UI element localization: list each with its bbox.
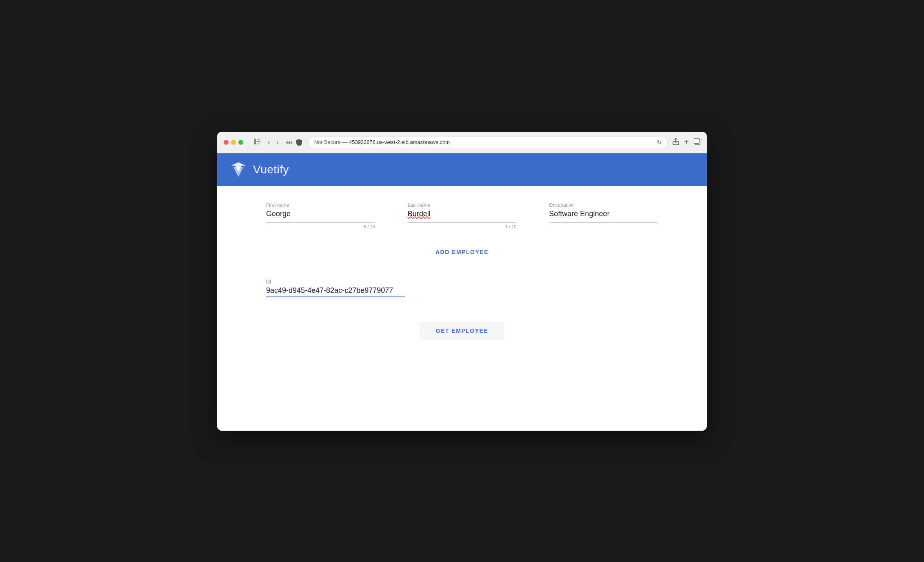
shield-extension-icon[interactable] bbox=[295, 138, 303, 146]
first-name-value[interactable]: George bbox=[266, 210, 375, 223]
reload-button[interactable]: ↻ bbox=[657, 139, 662, 146]
share-button[interactable] bbox=[673, 138, 679, 147]
minimize-button[interactable] bbox=[231, 140, 236, 145]
first-name-label: First name bbox=[266, 202, 375, 208]
back-button[interactable]: ‹ bbox=[266, 138, 271, 146]
browser-chrome: ‹ › aea Not Secure — 453922676.us-west-2… bbox=[217, 132, 707, 153]
close-button[interactable] bbox=[224, 140, 229, 145]
add-employee-section: ADD EMPLOYEE bbox=[266, 246, 658, 259]
vuetify-logo-icon bbox=[230, 162, 247, 178]
app-header: Vuetify bbox=[217, 153, 707, 186]
last-name-field: Last name Burdell 7 / 10 bbox=[408, 202, 517, 229]
maximize-button[interactable] bbox=[238, 140, 243, 145]
svg-rect-6 bbox=[694, 138, 699, 144]
last-name-value[interactable]: Burdell bbox=[408, 210, 517, 223]
browser-window: ‹ › aea Not Secure — 453922676.us-west-2… bbox=[217, 132, 707, 431]
occupation-field: Occupation Software Engineer bbox=[549, 202, 658, 229]
sidebar-toggle-button[interactable] bbox=[251, 138, 263, 146]
address-bar[interactable]: Not Secure — 453922676.us-west-2.elb.ama… bbox=[308, 137, 668, 148]
first-name-counter: 6 / 10 bbox=[266, 224, 375, 229]
id-value[interactable]: 9ac49-d945-4e47-82ac-c27be9779077 bbox=[266, 286, 405, 297]
browser-actions: + bbox=[673, 137, 700, 147]
svg-rect-0 bbox=[254, 139, 256, 144]
last-name-counter: 7 / 10 bbox=[408, 224, 517, 229]
app-title: Vuetify bbox=[253, 163, 289, 176]
id-section: ID 9ac49-d945-4e47-82ac-c27be9779077 bbox=[266, 279, 658, 297]
employee-form: First name George 6 / 10 Last name Burde… bbox=[266, 202, 658, 229]
new-tab-button[interactable]: + bbox=[684, 137, 689, 147]
amazon-extension-icon[interactable]: aea bbox=[285, 138, 293, 146]
occupation-value[interactable]: Software Engineer bbox=[549, 210, 658, 223]
svg-rect-3 bbox=[257, 144, 260, 144]
occupation-label: Occupation bbox=[549, 202, 658, 208]
forward-button[interactable]: › bbox=[275, 138, 280, 146]
extension-icons: aea bbox=[285, 138, 303, 146]
tabs-button[interactable] bbox=[694, 138, 700, 146]
first-name-field: First name George 6 / 10 bbox=[266, 202, 375, 229]
svg-marker-8 bbox=[233, 167, 243, 177]
app-body: First name George 6 / 10 Last name Burde… bbox=[217, 186, 707, 431]
add-employee-button[interactable]: ADD EMPLOYEE bbox=[429, 246, 495, 259]
svg-rect-1 bbox=[257, 139, 260, 139]
last-name-label: Last name bbox=[408, 202, 517, 208]
id-label: ID bbox=[266, 279, 658, 285]
browser-controls: ‹ › bbox=[251, 138, 280, 146]
svg-rect-2 bbox=[257, 141, 260, 142]
get-employee-section: GET EMPLOYEE bbox=[266, 322, 658, 340]
address-bar-text: Not Secure — 453922676.us-west-2.elb.ama… bbox=[314, 139, 450, 145]
get-employee-button[interactable]: GET EMPLOYEE bbox=[420, 322, 504, 340]
traffic-lights bbox=[224, 140, 243, 145]
